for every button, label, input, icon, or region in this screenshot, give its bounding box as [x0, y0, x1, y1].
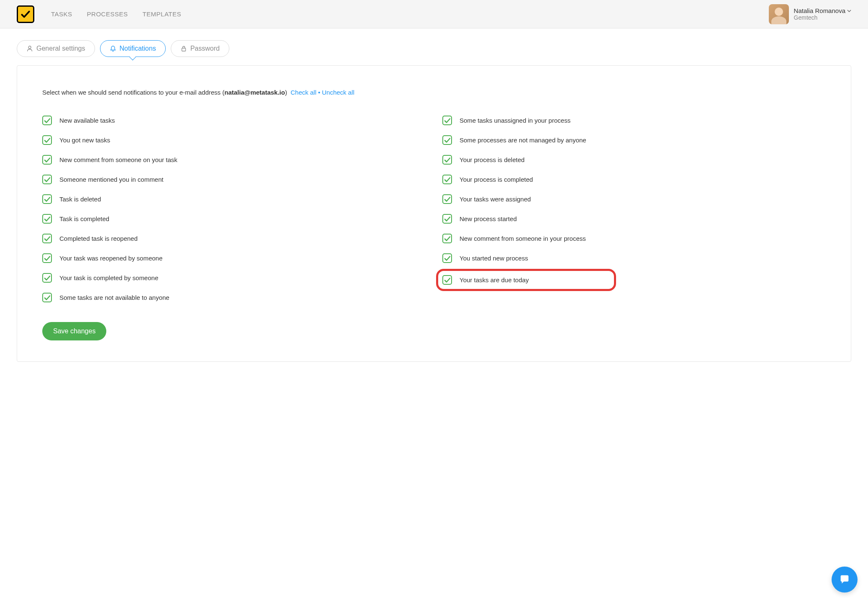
uncheck-all-link[interactable]: Uncheck all — [322, 89, 354, 96]
checkbox-item[interactable]: New comment from someone on your task — [42, 150, 426, 170]
main-nav: TASKS PROCESSES TEMPLATES — [51, 10, 181, 18]
checkbox-item[interactable]: New comment from someone in your process — [442, 229, 826, 248]
check-icon — [44, 137, 51, 144]
tab-password[interactable]: Password — [171, 40, 229, 57]
checkbox[interactable] — [42, 116, 52, 125]
settings-tabs: General settings Notifications Password — [0, 28, 868, 65]
checkbox[interactable] — [42, 175, 52, 184]
checkbox-col-left: New available tasksYou got new tasksNew … — [42, 111, 426, 307]
tab-label: Notifications — [120, 45, 156, 52]
checkbox-item[interactable]: New available tasks — [42, 111, 426, 130]
checkbox-label: Some tasks unassigned in your process — [460, 117, 570, 124]
checkbox-item[interactable]: Task is deleted — [42, 189, 426, 209]
check-icon — [44, 275, 51, 281]
check-icon — [444, 176, 451, 183]
checkbox-item[interactable]: Task is completed — [42, 209, 426, 229]
checkbox[interactable] — [42, 234, 52, 243]
checkbox-label: Your tasks were assigned — [460, 196, 531, 203]
checkbox-label: New available tasks — [59, 117, 115, 124]
checkbox-label: Some tasks are not available to anyone — [59, 294, 169, 301]
app-header: TASKS PROCESSES TEMPLATES Natalia Romano… — [0, 0, 868, 28]
checkbox[interactable] — [442, 214, 452, 224]
checkbox-item[interactable]: Completed task is reopened — [42, 229, 426, 248]
checkbox-item[interactable]: Your tasks were assigned — [442, 189, 826, 209]
nav-tasks[interactable]: TASKS — [51, 10, 72, 18]
check-icon — [444, 157, 451, 163]
checkbox-item[interactable]: Some processes are not managed by anyone — [442, 130, 826, 150]
checkbox[interactable] — [42, 155, 52, 165]
user-info: Natalia Romanova Gemtech — [794, 7, 851, 21]
lock-icon — [180, 45, 187, 52]
checkbox-item[interactable]: You got new tasks — [42, 130, 426, 150]
checkbox-item[interactable]: Your task was reopened by someone — [42, 248, 426, 268]
check-icon — [444, 196, 451, 203]
check-icon — [44, 216, 51, 222]
avatar — [769, 4, 789, 24]
checkbox-item[interactable]: You started new process — [442, 248, 826, 268]
checkbox[interactable] — [442, 116, 452, 125]
checkbox-item[interactable]: Your process is completed — [442, 170, 826, 189]
chevron-down-icon — [847, 9, 851, 13]
checkbox[interactable] — [442, 155, 452, 165]
checkbox-label: Someone mentioned you in comment — [59, 176, 163, 183]
check-icon — [444, 255, 451, 262]
tab-general-settings[interactable]: General settings — [17, 40, 95, 57]
checkbox-item[interactable]: Your task is completed by someone — [42, 268, 426, 288]
checkbox[interactable] — [442, 234, 452, 243]
checkbox[interactable] — [442, 194, 452, 204]
checkbox-label: Your task is completed by someone — [59, 274, 158, 281]
user-section[interactable]: Natalia Romanova Gemtech — [769, 4, 851, 24]
checkbox-item[interactable]: Someone mentioned you in comment — [42, 170, 426, 189]
check-icon — [44, 235, 51, 242]
checkbox-grid: New available tasksYou got new tasksNew … — [42, 111, 826, 307]
checkbox-item[interactable]: Some tasks unassigned in your process — [442, 111, 826, 130]
checkbox-item[interactable]: New process started — [442, 209, 826, 229]
svg-rect-1 — [182, 48, 185, 51]
check-icon — [44, 196, 51, 203]
checkbox-label: New comment from someone in your process — [460, 235, 586, 242]
checkbox[interactable] — [442, 175, 452, 184]
checkbox-label: Completed task is reopened — [59, 235, 138, 242]
separator: • — [318, 89, 320, 96]
check-icon — [44, 294, 51, 301]
save-changes-button[interactable]: Save changes — [42, 322, 106, 340]
checkbox-label: Task is deleted — [59, 196, 101, 203]
checkbox-label: New process started — [460, 215, 517, 222]
check-icon — [444, 277, 451, 283]
checkbox-label: Some processes are not managed by anyone — [460, 137, 586, 144]
checkbox[interactable] — [442, 275, 452, 285]
checkbox[interactable] — [42, 253, 52, 263]
checkbox-label: Your tasks are due today — [460, 276, 529, 283]
check-icon — [444, 216, 451, 222]
checkbox[interactable] — [42, 194, 52, 204]
checkbox-label: Your process is deleted — [460, 156, 524, 163]
checkbox[interactable] — [42, 135, 52, 145]
nav-templates[interactable]: TEMPLATES — [142, 10, 181, 18]
bell-icon — [110, 45, 116, 52]
checkbox-item[interactable]: Some tasks are not available to anyone — [42, 288, 426, 307]
checkbox[interactable] — [42, 214, 52, 224]
checkbox-label: You started new process — [460, 255, 528, 262]
checkbox[interactable] — [42, 293, 52, 302]
app-logo[interactable] — [17, 5, 34, 23]
checkbox[interactable] — [442, 253, 452, 263]
checkbox-col-right: Some tasks unassigned in your processSom… — [442, 111, 826, 307]
checkbox-label: Task is completed — [59, 215, 109, 222]
nav-processes[interactable]: PROCESSES — [87, 10, 128, 18]
check-icon — [44, 255, 51, 262]
svg-point-0 — [28, 46, 31, 49]
checkbox-label: You got new tasks — [59, 137, 110, 144]
tab-label: Password — [190, 45, 220, 52]
checkbox-item[interactable]: Your tasks are due today — [436, 269, 616, 291]
checkbox-item[interactable]: Your process is deleted — [442, 150, 826, 170]
check-icon — [44, 176, 51, 183]
panel-intro: Select when we should send notifications… — [42, 89, 826, 96]
user-org: Gemtech — [794, 14, 851, 21]
tab-notifications[interactable]: Notifications — [100, 40, 166, 57]
checkbox[interactable] — [442, 135, 452, 145]
notifications-panel: Select when we should send notifications… — [17, 65, 851, 362]
checkbox[interactable] — [42, 273, 52, 283]
user-icon — [26, 45, 33, 52]
check-icon — [44, 157, 51, 163]
check-all-link[interactable]: Check all — [290, 89, 316, 96]
